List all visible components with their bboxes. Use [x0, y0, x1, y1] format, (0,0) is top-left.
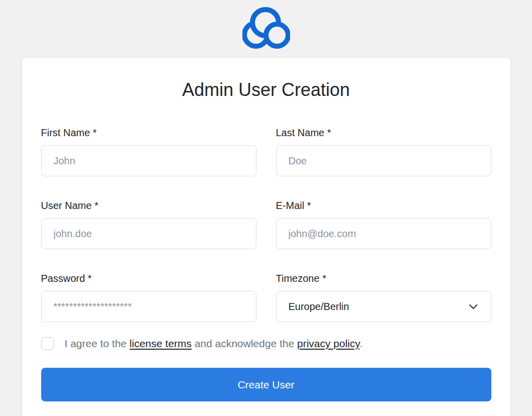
email-field[interactable] [276, 218, 491, 249]
form-grid: First Name * Last Name * User Name * E-M… [41, 126, 491, 322]
password-input[interactable] [41, 291, 256, 322]
agreement-text-middle: and acknowledge the [192, 338, 297, 349]
license-agreement-checkbox[interactable] [41, 337, 54, 350]
agreement-text-after: . [359, 338, 362, 349]
agreement-row: I agree to the license terms and acknowl… [41, 336, 491, 351]
user-name-label: User Name * [41, 199, 256, 212]
create-user-button[interactable]: Create User [41, 368, 491, 401]
last-name-label: Last Name * [276, 126, 491, 139]
field-first-name: First Name * [41, 126, 256, 176]
email-label: E-Mail * [276, 199, 491, 212]
user-name-input[interactable] [41, 218, 256, 249]
timezone-label: Timezone * [276, 272, 491, 285]
field-password: Password * [41, 272, 256, 322]
agreement-text: I agree to the license terms and acknowl… [65, 336, 363, 351]
logo-container [0, 0, 532, 49]
chevron-down-icon [468, 301, 479, 312]
admin-creation-card: Admin User Creation First Name * Last Na… [22, 57, 511, 416]
timezone-select[interactable]: Europe/Berlin [276, 291, 491, 322]
first-name-label: First Name * [41, 126, 256, 139]
field-timezone: Timezone * Europe/Berlin [276, 272, 491, 322]
last-name-input[interactable] [276, 145, 491, 176]
field-user-name: User Name * [41, 199, 256, 249]
field-last-name: Last Name * [276, 126, 491, 176]
field-email: E-Mail * [276, 199, 491, 249]
agreement-text-before: I agree to the [65, 338, 130, 349]
privacy-policy-link[interactable]: privacy policy [297, 338, 359, 349]
timezone-selected-value: Europe/Berlin [289, 301, 349, 313]
cloud-logo-icon [242, 7, 290, 49]
license-terms-link[interactable]: license terms [129, 338, 192, 349]
first-name-input[interactable] [41, 145, 256, 176]
page-title: Admin User Creation [41, 79, 491, 101]
password-label: Password * [41, 272, 256, 285]
